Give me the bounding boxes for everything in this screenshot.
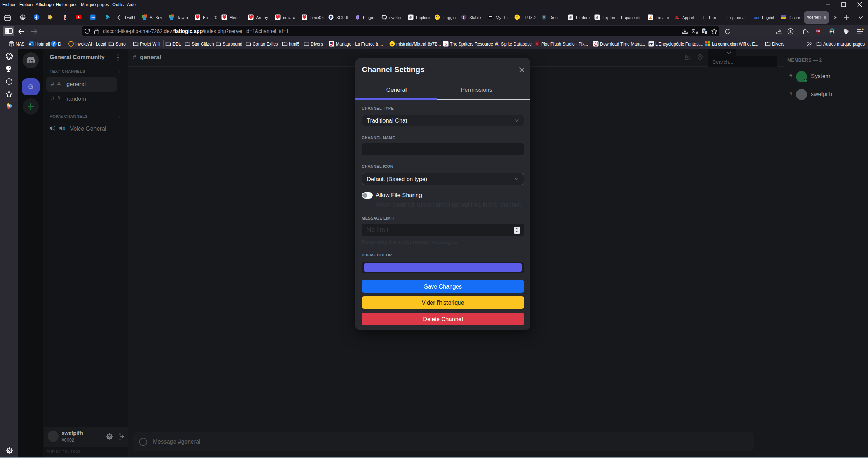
svg-text:adn: adn [754,16,759,19]
svg-text:S.: S. [463,16,466,19]
svg-text:f: f [703,15,705,20]
svg-text:P: P [330,15,332,19]
svg-text:UO: UO [816,30,820,33]
svg-text:EF: EF [649,43,653,46]
svg-text:SL: SL [675,16,679,19]
svg-text:A: A [696,31,698,35]
svg-text:S: S [445,42,447,47]
svg-text:DSM: DSM [91,16,95,19]
